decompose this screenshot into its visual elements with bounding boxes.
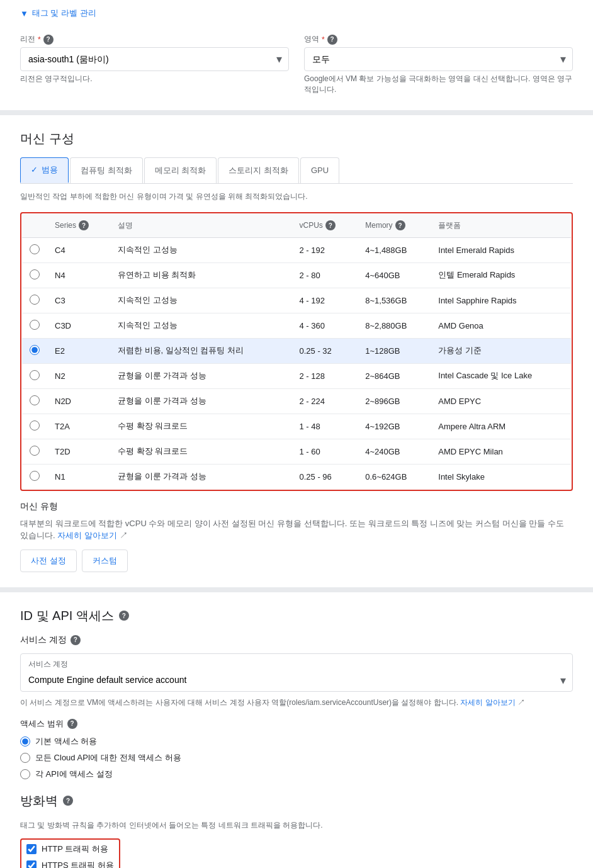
tab-gpu[interactable]: GPU [300, 157, 339, 183]
firewall-http[interactable]: HTTP 트래픽 허용 [26, 843, 114, 855]
series-memory: 4~240GB [358, 439, 431, 464]
zone-help-icon[interactable]: ? [327, 35, 337, 45]
radio-cell[interactable] [22, 363, 48, 388]
radio-cell[interactable] [22, 288, 48, 313]
series-id: C4 [47, 237, 110, 262]
series-radio[interactable] [30, 471, 40, 481]
radio-cell[interactable] [22, 439, 48, 464]
table-row[interactable]: N2D 균형을 이룬 가격과 성능 2 - 224 2~896GB AMD EP… [22, 388, 572, 414]
service-account-learn-more[interactable]: 자세히 알아보기 [460, 698, 515, 707]
zone-select[interactable]: 모두 asia-south1-a [305, 48, 572, 70]
tab-compute[interactable]: 컴퓨팅 최적화 [70, 157, 143, 183]
series-desc: 균형을 이룬 가격과 성능 [110, 464, 291, 489]
series-id: T2D [47, 439, 110, 464]
vcpus-help-icon[interactable]: ? [325, 220, 336, 230]
zone-field-group: 영역 * ? 모두 asia-south1-a ▾ Google에서 VM 확보… [304, 34, 573, 95]
access-scope-help-icon[interactable]: ? [67, 719, 77, 729]
series-desc: 균형을 이룬 가격과 성능 [110, 363, 291, 388]
region-select-wrapper: asia-south1 (뭄바이) us-central1 ▾ [20, 47, 289, 71]
series-memory: 0.6~624GB [358, 464, 431, 489]
series-vcpus: 0.25 - 96 [291, 464, 358, 489]
series-desc: 수평 확장 워크로드 [110, 439, 291, 464]
region-hint: 리전은 영구적입니다. [20, 74, 289, 84]
series-radio[interactable] [30, 395, 40, 405]
access-scope-custom-radio[interactable] [20, 769, 30, 779]
btn-preset[interactable]: 사전 설정 [20, 550, 77, 572]
series-platform: AMD EPYC Milan [431, 439, 571, 464]
table-row[interactable]: T2A 수평 확장 워크로드 1 - 48 4~192GB Ampere Alt… [22, 414, 572, 439]
memory-help-icon[interactable]: ? [395, 220, 405, 230]
access-scope-full[interactable]: 모든 Cloud API에 대한 전체 액세스 허용 [20, 752, 573, 764]
zone-label: 영역 [304, 34, 319, 45]
series-radio[interactable] [30, 320, 40, 330]
series-desc: 저렴한 비용, 일상적인 컴퓨팅 처리 [110, 338, 291, 363]
tab-general-label: 범용 [42, 164, 58, 176]
tab-memory-label: 메모리 최적화 [155, 165, 206, 176]
series-desc: 지속적인 고성능 [110, 237, 291, 262]
series-vcpus: 1 - 60 [291, 439, 358, 464]
tab-storage[interactable]: 스토리지 최적화 [218, 157, 299, 183]
series-platform: AMD EPYC [431, 388, 571, 414]
tab-hint: 일반적인 작업 부하에 적합한 머신 유형이며 가격 및 유연성을 위해 최적화… [20, 191, 573, 202]
table-row[interactable]: C3D 지속적인 고성능 4 - 360 8~2,880GB AMD Genoa [22, 313, 572, 338]
service-account-help-icon[interactable]: ? [71, 635, 81, 645]
table-row[interactable]: C3 지속적인 고성능 4 - 192 8~1,536GB Intel Sapp… [22, 288, 572, 313]
series-radio[interactable] [30, 269, 40, 279]
btn-custom[interactable]: 커스텀 [82, 550, 128, 572]
series-platform: Intel Sapphire Rapids [431, 288, 571, 313]
radio-cell[interactable] [22, 262, 48, 288]
series-radio[interactable] [30, 420, 40, 431]
firewall-red-box: HTTP 트래픽 허용 HTTPS 트래픽 허용 [20, 838, 120, 868]
table-row[interactable]: T2D 수평 확장 워크로드 1 - 60 4~240GB AMD EPYC M… [22, 439, 572, 464]
series-vcpus: 0.25 - 32 [291, 338, 358, 363]
region-required: * [38, 35, 41, 44]
th-memory: Memory ? [358, 213, 431, 237]
service-account-select[interactable]: Compute Engine default service account [21, 670, 572, 691]
id-api-help-icon[interactable]: ? [119, 611, 129, 621]
table-row[interactable]: N1 균형을 이룬 가격과 성능 0.25 - 96 0.6~624GB Int… [22, 464, 572, 489]
zone-hint: Google에서 VM 확보 가능성을 극대화하는 영역을 대신 선택합니다. … [304, 74, 573, 95]
service-account-field-label: 서비스 계정 [21, 654, 572, 670]
machine-type-learn-more[interactable]: 자세히 알아보기 [57, 531, 117, 540]
tab-general[interactable]: ✓ 범용 [20, 157, 69, 183]
firewall-http-checkbox[interactable] [26, 844, 37, 854]
access-scope-title: 액세스 범위 ? [20, 718, 573, 730]
radio-cell[interactable] [22, 313, 48, 338]
tag-label-toggle[interactable]: ▼ 태그 및 라벨 관리 [20, 0, 573, 26]
series-platform: Intel Skylake [431, 464, 571, 489]
radio-cell[interactable] [22, 237, 48, 262]
series-memory: 2~864GB [358, 363, 431, 388]
series-radio[interactable] [30, 295, 40, 305]
zone-select-wrapper: 모두 asia-south1-a ▾ [304, 47, 573, 71]
radio-cell[interactable] [22, 338, 48, 363]
radio-cell[interactable] [22, 388, 48, 414]
region-select[interactable]: asia-south1 (뭄바이) us-central1 [21, 48, 288, 70]
series-help-icon[interactable]: ? [79, 220, 89, 230]
access-scope-default-radio[interactable] [20, 736, 30, 747]
series-radio[interactable] [30, 446, 40, 456]
access-scope-full-radio[interactable] [20, 753, 30, 763]
firewall-checked-options: HTTP 트래픽 허용 HTTPS 트래픽 허용 [20, 838, 120, 868]
radio-cell[interactable] [22, 414, 48, 439]
region-help-icon[interactable]: ? [43, 35, 54, 45]
firewall-section: 방화벽 ? 태그 및 방화벽 규칙을 추가하여 인터넷에서 들어오는 특정 네트… [20, 792, 573, 868]
series-radio[interactable] [30, 244, 40, 254]
access-scope-custom[interactable]: 각 API에 액세스 설정 [20, 769, 573, 780]
table-row[interactable]: C4 지속적인 고성능 2 - 192 4~1,488GB Intel Emer… [22, 237, 572, 262]
tag-label-toggle-label: 태그 및 라벨 관리 [32, 8, 96, 19]
machine-type-title: 머신 유형 [20, 501, 573, 512]
table-row[interactable]: N4 유연하고 비용 최적화 2 - 80 4~640GB 인텔 Emerald… [22, 262, 572, 288]
series-id: E2 [47, 338, 110, 363]
access-scope-default[interactable]: 기본 액세스 허용 [20, 736, 573, 747]
table-row[interactable]: E2 저렴한 비용, 일상적인 컴퓨팅 처리 0.25 - 32 1~128GB… [22, 338, 572, 363]
firewall-help-icon[interactable]: ? [63, 796, 73, 806]
series-radio[interactable] [30, 370, 40, 380]
series-id: N2 [47, 363, 110, 388]
table-row[interactable]: N2 균형을 이룬 가격과 성능 2 - 128 2~864GB Intel C… [22, 363, 572, 388]
service-account-select-group: 서비스 계정 Compute Engine default service ac… [20, 653, 573, 692]
radio-cell[interactable] [22, 464, 48, 489]
firewall-https[interactable]: HTTPS 트래픽 허용 [26, 860, 114, 868]
tab-memory[interactable]: 메모리 최적화 [144, 157, 217, 183]
firewall-https-checkbox[interactable] [26, 860, 37, 868]
series-radio[interactable] [30, 345, 40, 355]
